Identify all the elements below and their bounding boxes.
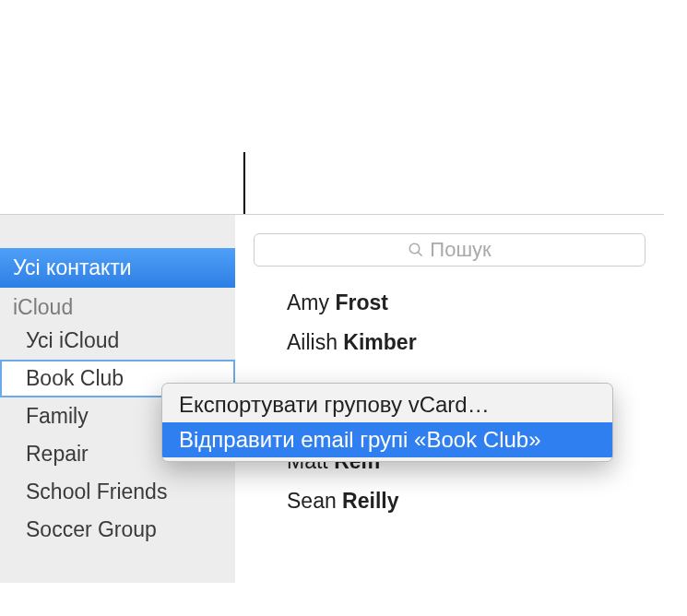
sidebar-item-label: School Friends	[26, 480, 167, 503]
menu-item-send-email-group[interactable]: Відправити email групі «Book Club»	[162, 422, 612, 457]
contact-first-name: Ailish	[287, 330, 338, 354]
sidebar-item-label: Book Club	[26, 366, 124, 390]
contact-last-name: Kimber	[343, 330, 416, 354]
sidebar-item-all-icloud[interactable]: Усі iCloud	[0, 322, 235, 360]
contact-last-name: Frost	[335, 290, 388, 314]
search-icon	[408, 242, 424, 258]
sidebar-section-icloud: iCloud	[0, 288, 235, 322]
contact-row[interactable]: Sean Reilly	[287, 481, 664, 521]
contact-last-name: Reilly	[342, 489, 398, 513]
contact-row[interactable]: Ailish Kimber	[287, 323, 664, 362]
search-input[interactable]: Пошук	[254, 233, 646, 267]
search-wrap: Пошук	[235, 222, 664, 283]
sidebar-item-label: Soccer Group	[26, 517, 157, 541]
sidebar-item-label: Family	[26, 404, 89, 428]
sidebar-all-contacts[interactable]: Усі контакти	[0, 248, 235, 288]
sidebar-item-school-friends[interactable]: School Friends	[0, 473, 235, 511]
svg-point-0	[410, 243, 420, 254]
contact-row[interactable]: Amy Frost	[287, 283, 664, 323]
sidebar-item-soccer-group[interactable]: Soccer Group	[0, 511, 235, 549]
context-menu: Експортувати групову vCard… Відправити e…	[161, 383, 613, 462]
svg-line-1	[419, 252, 423, 256]
contact-first-name: Sean	[287, 489, 337, 513]
menu-item-export-vcard[interactable]: Експортувати групову vCard…	[162, 387, 612, 422]
sidebar-item-label: Repair	[26, 442, 89, 466]
annotation-line	[243, 152, 245, 217]
contact-first-name: Amy	[287, 290, 329, 314]
search-placeholder: Пошук	[430, 238, 491, 262]
sidebar-item-label: Усі iCloud	[26, 328, 119, 352]
